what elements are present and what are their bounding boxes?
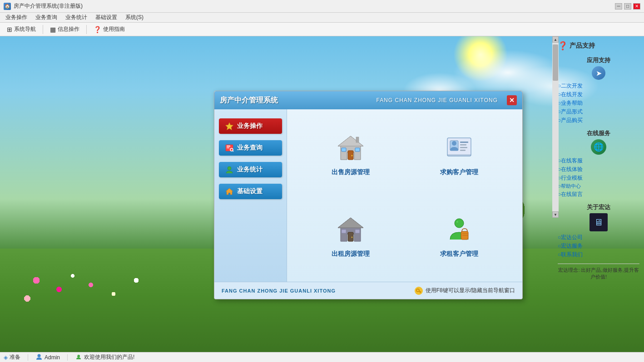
toolbar-info-button[interactable]: ▦ 信息操作 (45, 24, 84, 35)
svg-rect-21 (460, 150, 466, 151)
rent-house-label: 出租房源管理 (332, 250, 370, 258)
dialog-close-button[interactable]: ✕ (507, 95, 517, 105)
support-section-online: 在线服务 🌐 ○在线客服 ○在线体验 ○行业模板 ○帮助中心 ○在线留言 (558, 129, 639, 199)
arrow-right-icon: ➤ (592, 66, 605, 80)
support-link-online-dev[interactable]: ○在线开发 (558, 90, 639, 99)
svg-rect-19 (460, 144, 466, 146)
svg-rect-10 (348, 151, 353, 160)
svg-point-30 (456, 221, 458, 223)
status-bar: ◈ 准备 Admin 欢迎使用我们的产品! (0, 352, 644, 362)
support-link-contact[interactable]: ○联系我们 (558, 250, 639, 259)
help-circle-icon: ❓ (558, 41, 568, 51)
svg-marker-24 (338, 218, 363, 228)
ready-icon: ◈ (4, 354, 8, 361)
svg-point-11 (351, 155, 352, 157)
dialog-footer: FANG CHAN ZHONG JIE GUANLI XITONG 使用F8键可… (214, 282, 522, 299)
nav-btn-business-stats[interactable]: 业务统计 (219, 162, 282, 177)
close-button[interactable]: ✕ (633, 3, 640, 10)
svg-line-5 (233, 151, 233, 152)
content-item-buy-customer[interactable]: 求购客户管理 (409, 118, 509, 191)
nav-btn-basic-settings[interactable]: 基础设置 (219, 184, 282, 199)
svg-rect-27 (342, 230, 346, 233)
support-link-help-center[interactable]: ○帮助中心 (558, 182, 639, 190)
support-link-service[interactable]: ○宏达服务 (558, 242, 639, 250)
help-icon: ❓ (94, 26, 101, 33)
title-bar: 🏠 房产中介管理系统(非注册版) ─ □ ✕ (0, 0, 644, 13)
support-link-business-help[interactable]: ○业务帮助 (558, 99, 639, 108)
support-link-online-service[interactable]: ○在线客服 (558, 157, 639, 165)
status-welcome: 欢迎使用我们的产品! (75, 353, 134, 362)
svg-rect-28 (355, 230, 360, 233)
menu-item-business-query[interactable]: 业务查询 (32, 13, 61, 22)
star-icon (224, 121, 234, 131)
footer-title: FANG CHAN ZHONG JIE GUANLI XITONG (222, 288, 336, 294)
support-link-online-experience[interactable]: ○在线体验 (558, 165, 639, 174)
support-link-secondary-dev[interactable]: ○二次开发 (558, 82, 639, 90)
house-sell-icon (335, 133, 367, 165)
dialog-subtitle: FANG CHAN ZHONG JIE GUANLI XITONG (376, 97, 498, 103)
dialog-body: 业务操作 业务查询 (214, 109, 522, 282)
svg-point-37 (38, 354, 41, 357)
svg-marker-7 (226, 188, 233, 195)
support-section-app: 应用支持 ➤ ○二次开发 ○在线开发 ○业务帮助 ○产品形式 ○产品购买 (558, 56, 639, 125)
toolbar-guide-label: 使用指南 (103, 25, 125, 33)
nav-btn-business-query[interactable]: 业务查询 (219, 140, 282, 156)
maximize-button[interactable]: □ (624, 3, 631, 10)
status-sep-1 (28, 354, 28, 361)
svg-rect-13 (355, 148, 360, 152)
monitor-icon: 🖥 (590, 213, 608, 231)
svg-point-39 (77, 355, 78, 356)
title-bar-left: 🏠 房产中介管理系统(非注册版) (4, 2, 83, 10)
content-item-sell-house[interactable]: 出售房源管理 (301, 118, 400, 191)
user-nav-icon (224, 165, 234, 175)
minimize-button[interactable]: ─ (615, 3, 622, 10)
footer-instruction: 使用F8键可以显示/隐藏当前导航窗口 (426, 287, 515, 294)
nav-btn-business-ops[interactable]: 业务操作 (219, 118, 282, 134)
support-link-product-form[interactable]: ○产品形式 (558, 108, 639, 116)
toolbar-info-label: 信息操作 (58, 25, 79, 33)
status-user: Admin (35, 353, 60, 362)
scrollbar-up[interactable]: ▲ (552, 36, 559, 43)
svg-rect-18 (460, 142, 468, 143)
toolbar-guide-button[interactable]: ❓ 使用指南 (89, 24, 130, 35)
menu-item-basic-settings[interactable]: 基础设置 (92, 13, 121, 22)
product-support-title: ❓ 产品支持 (558, 41, 639, 51)
right-scrollbar: ▲ ▼ (552, 36, 559, 218)
dialog-title: 房产中介管理系统 (220, 96, 278, 105)
status-ready: ◈ 准备 (4, 353, 20, 361)
key-icon (415, 287, 423, 295)
menu-item-system[interactable]: 系统(S) (122, 13, 147, 22)
menu-item-business-stats[interactable]: 业务统计 (62, 13, 91, 22)
scrollbar-down[interactable]: ▼ (552, 211, 559, 218)
app-icon: 🏠 (4, 3, 11, 10)
support-link-online-message[interactable]: ○在线留言 (558, 190, 639, 199)
content-item-rent-house[interactable]: 出租房源管理 (301, 200, 400, 273)
content-item-rent-customer[interactable]: 求租客户管理 (409, 200, 509, 273)
scrollbar-thumb[interactable] (553, 44, 558, 81)
svg-point-34 (416, 289, 419, 292)
svg-point-38 (77, 355, 80, 357)
support-link-industry-template[interactable]: ○行业模板 (558, 174, 639, 182)
welcome-icon (75, 353, 82, 362)
toolbar-nav-button[interactable]: ⊞ 系统导航 (2, 24, 41, 35)
svg-marker-9 (338, 136, 363, 146)
svg-rect-12 (342, 148, 346, 152)
customer-buy-icon (443, 133, 475, 165)
sell-house-label: 出售房源管理 (332, 168, 370, 176)
house-rent-icon (335, 215, 367, 246)
dialog-header: 房产中介管理系统 FANG CHAN ZHONG JIE GUANLI XITO… (214, 91, 522, 109)
support-link-product-buy[interactable]: ○产品购买 (558, 116, 639, 125)
house-nav-icon (224, 186, 234, 196)
menu-item-business-ops[interactable]: 业务操作 (2, 13, 31, 22)
svg-rect-22 (447, 154, 471, 156)
support-about-title: 关于宏达 (558, 203, 639, 211)
dialog-content: 出售房源管理 (287, 109, 522, 282)
slogan: 宏达理念: 出好产品,做好服务,提升客户价值! (558, 264, 639, 280)
svg-rect-2 (227, 146, 230, 147)
bg-flowers (0, 253, 159, 353)
globe-icon: 🌐 (591, 139, 606, 155)
support-link-company[interactable]: ○宏达公司 (558, 233, 639, 242)
svg-marker-0 (226, 122, 233, 130)
svg-point-6 (228, 166, 231, 170)
svg-rect-20 (460, 147, 467, 148)
